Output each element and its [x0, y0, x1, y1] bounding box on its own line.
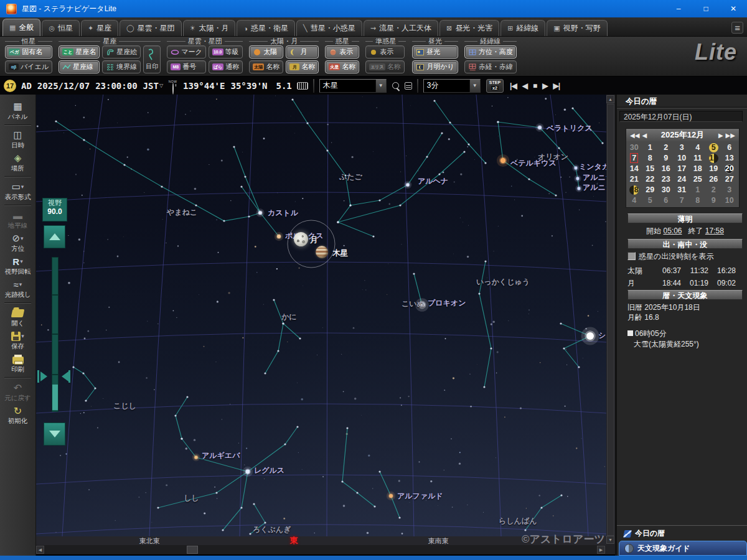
toolbar-planets-show-button[interactable]: 表示	[325, 45, 359, 58]
horizontal-scroll-thumb[interactable]	[187, 546, 198, 554]
tab-昼光・光害[interactable]: ⊠昼光・光害	[439, 20, 499, 36]
sidebar-item-保存[interactable]: ▾保存	[0, 330, 35, 351]
sidebar-item-初期化[interactable]: ↻初期化	[0, 404, 35, 426]
calendar-day-15[interactable]: 15	[642, 164, 659, 174]
step-mode-button[interactable]: STEP x2	[486, 79, 504, 93]
toolbar-azimuth-altitude-grid-button[interactable]: 方位・高度	[464, 45, 517, 58]
chevron-down-icon[interactable]: ▼	[469, 80, 480, 92]
calendar-day-8[interactable]: 8	[690, 195, 706, 206]
toolbar-dso-numbers-button[interactable]: M8番号	[167, 60, 206, 73]
minimize-button[interactable]: –	[665, 0, 692, 17]
tab-彗星・小惑星[interactable]: ╲彗星・小惑星	[296, 20, 362, 36]
calendar-day-11[interactable]: 11	[690, 153, 706, 164]
calendar-day-22[interactable]: 22	[642, 174, 659, 185]
calendar-day-10[interactable]: 10	[721, 195, 738, 206]
tab-恒星[interactable]: ◎恒星	[42, 20, 80, 36]
sidebar-item-パネル[interactable]: ▦パネル	[0, 100, 35, 121]
date-field[interactable]: 2025/12/07	[37, 81, 90, 91]
vertical-scroll-thumb[interactable]	[607, 104, 614, 536]
calendar-day-21[interactable]: 21	[626, 174, 642, 185]
tab-惑星・衛星[interactable]: ◑惑星・衛星	[237, 20, 295, 36]
sidebar-item-印刷[interactable]: 印刷	[0, 353, 35, 374]
scroll-up-icon[interactable]: ▲	[606, 95, 614, 103]
calendar-day-2[interactable]: 2	[658, 142, 674, 153]
scroll-left-icon[interactable]: ◀	[36, 546, 44, 554]
calendar-day-6[interactable]: 6	[658, 195, 674, 206]
sidebar-item-表示形式[interactable]: ▭▾表示形式	[0, 180, 35, 202]
sidebar-item-日時[interactable]: ◫日時	[0, 129, 35, 150]
star-chart[interactable]: ベラトリクスオリオンベテルギウスミンタカアルニラムアルニタクふたごアルヘナカスト…	[36, 95, 606, 536]
calendar-day-10[interactable]: 10	[674, 153, 690, 164]
toolbar-bayer-names-button[interactable]: αβバイエル	[5, 60, 52, 73]
calendar-day-9[interactable]: 9	[706, 195, 722, 206]
tab-全般[interactable]: ▦全般	[2, 19, 40, 36]
now-clock-icon[interactable]: NOW	[168, 80, 177, 91]
skip-to-end-button[interactable]: ▶|	[553, 82, 560, 90]
toolbar-moon-label-button[interactable]: 月名称	[286, 60, 319, 73]
calendar-next-month-button[interactable]: ▶	[718, 132, 723, 139]
tab-星座[interactable]: ✦星座	[81, 20, 118, 36]
calendar-day-18[interactable]: 18	[690, 164, 706, 174]
calendar-day-14[interactable]: 14	[626, 164, 642, 174]
calendar-day-23[interactable]: 23	[658, 174, 674, 185]
sidebar-item-光跡残し[interactable]: ≈▾光跡残し	[0, 278, 35, 299]
close-button[interactable]: ✕	[720, 0, 747, 17]
tab-経緯線[interactable]: ⊞経緯線	[500, 20, 545, 36]
keyboard-icon[interactable]	[297, 82, 308, 90]
calendar-next-year-button[interactable]: ▶▶	[726, 132, 735, 139]
timezone-label[interactable]: JST	[143, 81, 159, 91]
maximize-button[interactable]: □	[692, 0, 720, 17]
twilight-start-link[interactable]: 05:06	[663, 226, 682, 235]
moon-image[interactable]	[294, 232, 308, 246]
tab-視野・写野[interactable]: ▣視野・写野	[547, 20, 607, 36]
calendar-day-4[interactable]: 4	[690, 142, 706, 153]
vertical-scrollbar[interactable]: ▲ ▼	[606, 95, 615, 545]
toolbar-constellation-boundaries-button[interactable]: 境界線	[102, 60, 141, 73]
toolbar-constellation-lines-button[interactable]: 星座線	[59, 60, 100, 73]
calendar-day-26[interactable]: 26	[706, 174, 722, 185]
tab-today-almanac[interactable]: 今日の暦	[619, 527, 747, 540]
calendar-day-31[interactable]: 31	[674, 185, 690, 195]
zoom-slider-track[interactable]	[52, 257, 59, 412]
toolbar-sun-show-button[interactable]: 太陽	[249, 45, 283, 58]
zoom-slider-thumb[interactable]	[52, 385, 58, 410]
scroll-down-icon[interactable]: ▼	[606, 536, 614, 544]
chevron-down-icon[interactable]: ▼	[375, 80, 386, 92]
calendar-day-5[interactable]: 5	[642, 195, 659, 206]
search-icon[interactable]	[392, 82, 399, 89]
calendar-day-7[interactable]: 7	[674, 195, 690, 206]
stop-button[interactable]: ■	[533, 82, 537, 90]
zoom-out-button[interactable]	[44, 422, 65, 446]
calendar-day-5[interactable]: 5	[706, 142, 722, 153]
toolbar-dwarf-planets-show-button[interactable]: 表示	[365, 45, 405, 58]
limiting-magnitude-field[interactable]: 5.1	[276, 81, 292, 91]
calendar-day-1[interactable]: 1	[690, 185, 706, 195]
time-field[interactable]: 23:00:00	[95, 81, 137, 91]
calendar-day-4[interactable]: 4	[626, 195, 642, 206]
calendar-day-30[interactable]: 30	[626, 142, 642, 153]
sidebar-item-開く[interactable]: 開く	[0, 307, 35, 328]
step-back-button[interactable]: ◀	[522, 82, 527, 90]
toolbar-sun-label-button[interactable]: 太陽名称	[249, 60, 283, 73]
timezone-dropdown-icon[interactable]: ▽	[159, 83, 163, 88]
calendar-day-7[interactable]: 7	[626, 153, 642, 164]
toolbar-dso-common-names-button[interactable]: ばら通称	[209, 60, 243, 73]
toolbar-ra-dec-grid-button[interactable]: 2000赤経・赤緯	[464, 60, 517, 73]
sidebar-item-場所[interactable]: ◈場所	[0, 152, 35, 173]
calendar-day-30[interactable]: 30	[658, 185, 674, 195]
calendar-day-20[interactable]: 20	[721, 164, 738, 174]
calendar-day-1[interactable]: 1	[642, 142, 659, 153]
toolbar-daylight-button[interactable]: 昼光	[412, 45, 458, 58]
jupiter-image[interactable]	[316, 246, 328, 258]
calendar-prev-year-button[interactable]: ◀◀	[630, 132, 639, 139]
skip-to-start-button[interactable]: |◀	[510, 82, 517, 90]
calendar-day-12[interactable]: 12	[706, 153, 722, 164]
horizontal-scrollbar[interactable]: ◀ ▶	[36, 545, 605, 554]
calendar-prev-month-button[interactable]: ◀	[642, 132, 647, 139]
toolbar-moon-show-button[interactable]: 月	[286, 45, 319, 58]
calendar-day-2[interactable]: 2	[706, 185, 722, 195]
calendar-day-29[interactable]: 29	[642, 185, 659, 195]
zoom-in-button[interactable]	[44, 225, 65, 248]
calendar-day-16[interactable]: 16	[658, 164, 674, 174]
calendar-day-28[interactable]: 28	[626, 185, 642, 195]
